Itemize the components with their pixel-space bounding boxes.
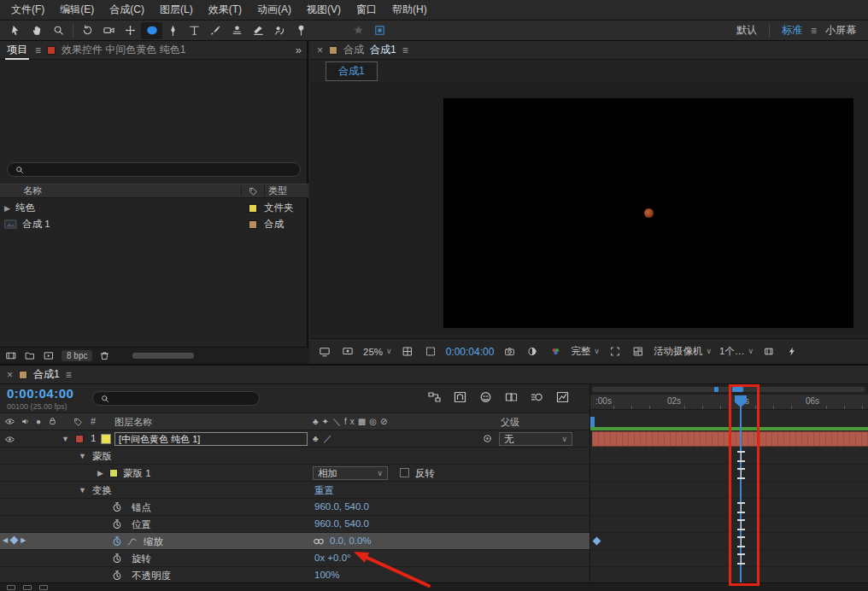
- pan-behind-tool-icon[interactable]: [120, 22, 141, 39]
- column-layer-name[interactable]: 图层名称: [114, 416, 152, 429]
- stopwatch-icon[interactable]: [111, 518, 123, 530]
- region-of-interest-icon[interactable]: [607, 344, 623, 360]
- shy-layers-icon[interactable]: [478, 390, 493, 404]
- column-number[interactable]: #: [91, 416, 96, 426]
- tab-project[interactable]: 项目: [5, 41, 29, 60]
- new-composition-icon[interactable]: [43, 350, 55, 361]
- property-row-opacity[interactable]: 不透明度 100%: [0, 567, 589, 584]
- primary-viewer-icon[interactable]: [340, 344, 355, 360]
- clone-stamp-tool-icon[interactable]: [226, 22, 248, 39]
- label-color-chip[interactable]: [249, 204, 257, 213]
- stopwatch-icon[interactable]: [111, 552, 123, 565]
- menu-composition[interactable]: 合成(C): [102, 3, 152, 17]
- more-tabs-icon[interactable]: »: [296, 44, 302, 56]
- pixel-aspect-icon[interactable]: [761, 344, 777, 360]
- menu-view[interactable]: 视图(V): [299, 3, 349, 17]
- hand-tool-icon[interactable]: [26, 22, 48, 39]
- current-time-display[interactable]: 0:00:04:00: [7, 386, 73, 401]
- show-channels-icon[interactable]: [548, 344, 563, 360]
- motion-blur-icon[interactable]: [530, 390, 544, 404]
- menu-window[interactable]: 窗口: [349, 3, 384, 17]
- eye-icon[interactable]: [4, 435, 15, 444]
- stopwatch-icon[interactable]: [111, 500, 123, 513]
- mask-mode-dropdown[interactable]: 相加 ∨: [313, 466, 388, 480]
- label-column-icon[interactable]: [73, 417, 83, 426]
- project-row-comp1[interactable]: 合成 1 合成: [0, 216, 308, 232]
- transform-group-row[interactable]: ▼ 变换 重置: [0, 482, 589, 499]
- property-row-rotation[interactable]: 旋转 0x +0.0°: [0, 550, 589, 567]
- layer-row[interactable]: ▼ 1 [中间色黄色 纯色 1] ♣／ 无 ∨: [0, 430, 589, 448]
- mask-color-chip[interactable]: [109, 469, 118, 477]
- project-bit-depth[interactable]: 8 bpc: [62, 350, 92, 361]
- project-search-input[interactable]: [29, 165, 293, 175]
- composition-panel-tab[interactable]: × 合成 合成1 ≡: [310, 41, 868, 60]
- disclosure-triangle-icon[interactable]: ▶: [4, 204, 10, 213]
- horizontal-scrollbar[interactable]: [132, 353, 194, 359]
- menu-animation[interactable]: 动画(A): [249, 3, 299, 17]
- property-value[interactable]: 960.0, 540.0: [314, 518, 369, 529]
- layer-label-color-chip[interactable]: [75, 435, 84, 443]
- disclosure-triangle-icon[interactable]: ▼: [79, 486, 86, 494]
- column-label-tag[interactable]: [241, 186, 264, 196]
- text-tool-icon[interactable]: [184, 22, 205, 39]
- transform-reset-link[interactable]: 重置: [314, 484, 334, 497]
- magnification-dropdown[interactable]: 25% ∨: [363, 347, 392, 357]
- composition-viewport[interactable]: [443, 98, 853, 328]
- eraser-tool-icon[interactable]: [248, 22, 269, 39]
- rotate-tool-icon[interactable]: [77, 22, 98, 39]
- label-color-chip[interactable]: [249, 220, 257, 229]
- new-folder-icon[interactable]: [24, 350, 36, 361]
- panel-menu-icon[interactable]: ≡: [35, 44, 41, 56]
- graph-icon[interactable]: [126, 536, 138, 547]
- mask1-row[interactable]: ▶ 蒙版 1 相加 ∨ 反转: [0, 465, 589, 482]
- mask-visibility-icon[interactable]: [423, 344, 438, 360]
- frame-blend-icon[interactable]: [504, 390, 519, 404]
- trash-icon[interactable]: [99, 350, 110, 361]
- column-type[interactable]: 类型: [264, 184, 308, 197]
- roto-brush-tool-icon[interactable]: [269, 22, 290, 39]
- snapshot-camera-icon[interactable]: [501, 344, 517, 360]
- disclosure-triangle-icon[interactable]: ▶: [97, 469, 103, 477]
- 3d-view-dropdown[interactable]: 活动摄像机 ∨: [654, 345, 712, 358]
- solo-icon[interactable]: ●: [36, 417, 41, 426]
- workspace-small-screen[interactable]: 小屏幕: [825, 23, 856, 38]
- view-layout-dropdown[interactable]: 1个… ∨: [719, 345, 754, 358]
- previous-keyframe-icon[interactable]: ◀: [3, 536, 8, 544]
- tab-effect-controls[interactable]: 效果控件 中间色黄色 纯色1: [62, 43, 185, 57]
- menu-layer[interactable]: 图层(L): [152, 3, 201, 17]
- workspace-default[interactable]: 默认: [736, 23, 757, 38]
- layer-name-box[interactable]: [中间色黄色 纯色 1]: [114, 432, 308, 446]
- puppet-pin-tool-icon[interactable]: [290, 22, 312, 39]
- grid-guides-icon[interactable]: [400, 344, 415, 360]
- ellipse-tool-icon[interactable]: [141, 22, 162, 39]
- transparency-grid-icon[interactable]: [630, 344, 646, 360]
- timeline-tab[interactable]: × 合成1 ≡: [0, 366, 868, 384]
- project-row-solids[interactable]: ▶ 纯色 文件夹: [0, 200, 308, 216]
- workspace-standard[interactable]: 标准: [782, 23, 802, 38]
- stopwatch-icon[interactable]: [111, 569, 123, 582]
- parent-pickwhip-icon[interactable]: [482, 433, 493, 444]
- panel-menu-icon[interactable]: ≡: [402, 44, 408, 56]
- always-preview-icon[interactable]: [317, 344, 332, 360]
- brainstorm-star-icon[interactable]: [348, 22, 369, 39]
- audio-icon[interactable]: [21, 417, 30, 426]
- parent-dropdown[interactable]: 无 ∨: [499, 432, 572, 446]
- interpret-footage-icon[interactable]: [5, 350, 17, 361]
- resolution-dropdown[interactable]: 完整 ∨: [571, 345, 600, 358]
- add-keyframe-icon[interactable]: [10, 536, 19, 545]
- workspace-menu-icon[interactable]: ≡: [811, 25, 817, 37]
- menu-edit[interactable]: 编辑(E): [52, 3, 102, 17]
- pen-tool-icon[interactable]: [162, 22, 184, 39]
- draft-3d-icon[interactable]: [453, 390, 467, 404]
- timeline-search-input[interactable]: [114, 394, 252, 404]
- zoom-tool-icon[interactable]: [48, 22, 69, 39]
- lock-icon[interactable]: [48, 416, 57, 426]
- layer-switches-header-icons[interactable]: ♣✦＼fx▩◎⊘: [313, 416, 390, 428]
- mask-invert-checkbox[interactable]: [400, 468, 409, 477]
- disclosure-triangle-icon[interactable]: ▼: [79, 452, 86, 460]
- eye-icon[interactable]: [4, 417, 15, 426]
- mask-name[interactable]: 蒙版 1: [123, 467, 151, 480]
- panel-menu-icon[interactable]: ≡: [66, 369, 72, 381]
- property-row-scale[interactable]: ◀ ▶ 缩放 0.0, 0.0%: [0, 533, 589, 550]
- show-snapshot-icon[interactable]: [525, 344, 540, 360]
